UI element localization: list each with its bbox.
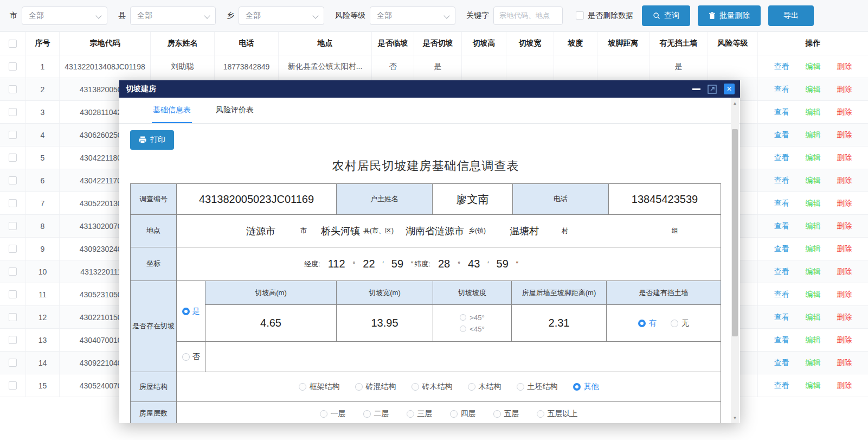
row-checkbox[interactable] bbox=[9, 154, 17, 162]
floors-radio[interactable] bbox=[363, 410, 371, 418]
edit-link[interactable]: 编辑 bbox=[806, 176, 821, 186]
edit-link[interactable]: 编辑 bbox=[806, 130, 821, 140]
delete-link[interactable]: 删除 bbox=[837, 153, 852, 163]
row-no-cell: 4 bbox=[26, 124, 60, 146]
view-link[interactable]: 查看 bbox=[774, 85, 789, 94]
close-icon[interactable]: ✕ bbox=[724, 84, 735, 94]
row-checkbox[interactable] bbox=[9, 62, 17, 71]
view-link[interactable]: 查看 bbox=[774, 313, 789, 322]
scrollbar-thumb[interactable] bbox=[732, 129, 738, 336]
city-select[interactable]: 全部 bbox=[22, 7, 107, 25]
row-checkbox[interactable] bbox=[9, 176, 17, 184]
view-link[interactable]: 查看 bbox=[774, 244, 789, 254]
scroll-up-icon[interactable]: ▲ bbox=[731, 101, 739, 106]
edit-link[interactable]: 编辑 bbox=[806, 313, 821, 322]
row-checkbox[interactable] bbox=[9, 131, 17, 139]
delete-link[interactable]: 删除 bbox=[837, 358, 852, 368]
print-button[interactable]: 打印 bbox=[130, 130, 174, 150]
view-link[interactable]: 查看 bbox=[774, 335, 789, 345]
view-link[interactable]: 查看 bbox=[774, 62, 789, 72]
minimize-icon[interactable] bbox=[692, 88, 700, 90]
query-button[interactable]: 查询 bbox=[642, 5, 690, 26]
cut-no-radio[interactable] bbox=[182, 353, 190, 361]
modal-titlebar[interactable]: 切坡建房 ✕ bbox=[119, 80, 740, 98]
delete-link[interactable]: 删除 bbox=[837, 335, 852, 345]
keyword-input[interactable] bbox=[493, 7, 563, 25]
cut-yes-radio[interactable] bbox=[182, 308, 190, 315]
floors-radio[interactable] bbox=[493, 410, 501, 418]
delete-link[interactable]: 删除 bbox=[837, 313, 852, 322]
slope-gt45-radio[interactable] bbox=[460, 314, 466, 321]
edit-link[interactable]: 编辑 bbox=[806, 335, 821, 345]
view-link[interactable]: 查看 bbox=[774, 267, 789, 277]
delete-link[interactable]: 删除 bbox=[837, 381, 852, 391]
view-link[interactable]: 查看 bbox=[774, 358, 789, 368]
structure-radio[interactable] bbox=[355, 383, 363, 391]
slope-lt45-radio[interactable] bbox=[460, 326, 466, 332]
delete-link[interactable]: 删除 bbox=[837, 85, 852, 94]
edit-link[interactable]: 编辑 bbox=[806, 221, 821, 231]
view-link[interactable]: 查看 bbox=[774, 107, 789, 117]
structure-radio[interactable] bbox=[468, 383, 475, 391]
structure-radio[interactable] bbox=[299, 383, 306, 391]
edit-link[interactable]: 编辑 bbox=[806, 358, 821, 368]
delete-link[interactable]: 删除 bbox=[837, 290, 852, 299]
township-select[interactable]: 全部 bbox=[239, 7, 324, 25]
view-link[interactable]: 查看 bbox=[774, 176, 789, 186]
delete-link[interactable]: 删除 bbox=[837, 107, 852, 117]
row-checkbox[interactable] bbox=[9, 222, 17, 230]
edit-link[interactable]: 编辑 bbox=[806, 107, 821, 117]
wall-no-radio[interactable] bbox=[671, 320, 678, 327]
row-checkbox[interactable] bbox=[9, 199, 17, 207]
row-checkbox[interactable] bbox=[9, 108, 17, 116]
floors-radio[interactable] bbox=[450, 410, 458, 418]
floors-radio[interactable] bbox=[407, 410, 414, 418]
row-checkbox[interactable] bbox=[9, 359, 17, 367]
delete-link[interactable]: 删除 bbox=[837, 176, 852, 186]
view-link[interactable]: 查看 bbox=[774, 221, 789, 231]
modal-scrollbar[interactable]: ▲ ▼ bbox=[731, 98, 739, 423]
edit-link[interactable]: 编辑 bbox=[806, 267, 821, 277]
batch-delete-button[interactable]: 批量删除 bbox=[698, 5, 761, 26]
delete-link[interactable]: 删除 bbox=[837, 130, 852, 140]
edit-link[interactable]: 编辑 bbox=[806, 85, 821, 94]
floors-radio[interactable] bbox=[537, 410, 544, 418]
wall-yes-radio[interactable] bbox=[638, 320, 646, 327]
structure-radio[interactable] bbox=[412, 383, 419, 391]
select-all-checkbox[interactable] bbox=[9, 40, 17, 48]
structure-radio[interactable] bbox=[517, 383, 524, 391]
view-link[interactable]: 查看 bbox=[774, 153, 789, 163]
tab-basic-info[interactable]: 基础信息表 bbox=[152, 98, 192, 123]
edit-link[interactable]: 编辑 bbox=[806, 381, 821, 391]
row-checkbox[interactable] bbox=[9, 336, 17, 344]
delete-link[interactable]: 删除 bbox=[837, 244, 852, 254]
county-select[interactable]: 全部 bbox=[130, 7, 216, 25]
edit-link[interactable]: 编辑 bbox=[806, 153, 821, 163]
row-checkbox[interactable] bbox=[9, 313, 17, 321]
delete-link[interactable]: 删除 bbox=[837, 221, 852, 231]
risk-level-select[interactable]: 全部 bbox=[370, 7, 455, 25]
row-checkbox[interactable] bbox=[9, 245, 17, 253]
row-checkbox[interactable] bbox=[9, 381, 17, 390]
export-button[interactable]: 导出 bbox=[768, 5, 814, 26]
edit-link[interactable]: 编辑 bbox=[806, 62, 821, 72]
edit-link[interactable]: 编辑 bbox=[806, 199, 821, 208]
view-link[interactable]: 查看 bbox=[774, 381, 789, 391]
row-checkbox[interactable] bbox=[9, 85, 17, 93]
floors-radio[interactable] bbox=[320, 410, 327, 418]
edit-link[interactable]: 编辑 bbox=[806, 290, 821, 299]
view-link[interactable]: 查看 bbox=[774, 290, 789, 299]
row-checkbox[interactable] bbox=[9, 290, 17, 298]
delete-link[interactable]: 删除 bbox=[837, 267, 852, 277]
edit-link[interactable]: 编辑 bbox=[806, 244, 821, 254]
view-link[interactable]: 查看 bbox=[774, 199, 789, 208]
delete-link[interactable]: 删除 bbox=[837, 62, 852, 72]
view-link[interactable]: 查看 bbox=[774, 130, 789, 140]
delete-link[interactable]: 删除 bbox=[837, 199, 852, 208]
structure-radio[interactable] bbox=[573, 383, 581, 391]
show-deleted-checkbox[interactable] bbox=[576, 11, 584, 20]
row-checkbox[interactable] bbox=[9, 267, 17, 276]
maximize-icon[interactable] bbox=[708, 85, 717, 94]
scroll-down-icon[interactable]: ▼ bbox=[731, 416, 739, 420]
tab-risk-evaluation[interactable]: 风险评价表 bbox=[215, 98, 255, 123]
